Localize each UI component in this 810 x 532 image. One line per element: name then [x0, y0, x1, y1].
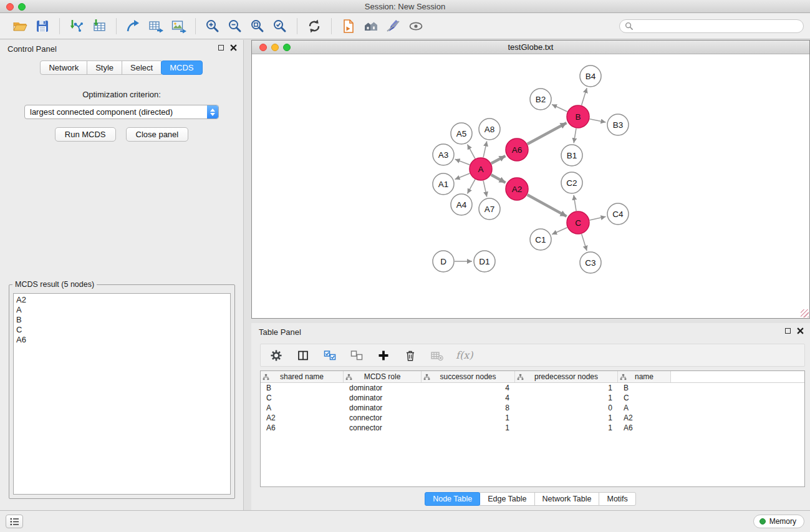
- mcds-result-item[interactable]: A: [16, 305, 230, 315]
- tab-network-table[interactable]: Network Table: [534, 492, 600, 506]
- zoom-fit-icon[interactable]: [246, 16, 269, 36]
- mcds-result-item[interactable]: C: [16, 325, 230, 335]
- edge-A-A7[interactable]: [483, 181, 487, 197]
- cell[interactable]: dominator: [344, 394, 422, 402]
- column-header-shared-name[interactable]: shared name: [261, 371, 344, 382]
- cell[interactable]: A6: [618, 423, 671, 432]
- tab-select[interactable]: Select: [122, 60, 162, 75]
- cell[interactable]: 1: [422, 423, 515, 432]
- cell[interactable]: 1: [515, 384, 618, 392]
- delete-column-trash-icon[interactable]: [402, 347, 418, 364]
- memory-button[interactable]: Memory: [753, 515, 804, 528]
- cell[interactable]: C: [261, 394, 344, 402]
- node-B3[interactable]: B3: [607, 114, 629, 135]
- table-row[interactable]: A6connector11A6: [261, 423, 804, 433]
- network-canvas[interactable]: AA1A2A3A4A5A6A7A8BB1B2B3B4CC1C2C3C4DD1: [252, 54, 809, 318]
- edge-A2-C[interactable]: [528, 195, 567, 216]
- mcds-result-item[interactable]: A2: [16, 295, 230, 305]
- select-all-icon[interactable]: [322, 347, 338, 364]
- edge-B-B2[interactable]: [552, 104, 567, 112]
- node-B4[interactable]: B4: [580, 65, 601, 87]
- cell[interactable]: A: [261, 404, 344, 412]
- open-session-icon[interactable]: [9, 16, 31, 36]
- node-A2[interactable]: A2: [506, 178, 528, 200]
- zoom-in-icon[interactable]: [201, 16, 224, 36]
- table-row[interactable]: Cdominator41C: [261, 393, 804, 403]
- node-B[interactable]: B: [567, 105, 589, 128]
- zoom-view-icon[interactable]: [283, 44, 291, 51]
- column-header-name[interactable]: name: [618, 371, 671, 382]
- close-panel-icon[interactable]: [230, 44, 237, 51]
- float-panel-icon[interactable]: [218, 45, 224, 51]
- node-A8[interactable]: A8: [479, 118, 500, 140]
- node-D1[interactable]: D1: [474, 251, 495, 272]
- zoom-selected-region-icon[interactable]: [269, 16, 291, 36]
- edge-B-B3[interactable]: [590, 119, 606, 122]
- mcds-result-item[interactable]: A6: [16, 335, 230, 345]
- edge-A-A3[interactable]: [455, 159, 470, 165]
- import-table-from-file-icon[interactable]: [88, 16, 110, 36]
- zoom-out-icon[interactable]: [224, 16, 246, 36]
- edge-A-A2[interactable]: [491, 175, 506, 183]
- save-session-icon[interactable]: [31, 16, 54, 36]
- node-B1[interactable]: B1: [561, 145, 582, 166]
- tab-node-table[interactable]: Node Table: [425, 492, 480, 506]
- cell[interactable]: 4: [422, 384, 515, 392]
- tab-network[interactable]: Network: [40, 60, 87, 75]
- tab-style[interactable]: Style: [87, 60, 122, 75]
- edge-C-C2[interactable]: [574, 195, 576, 211]
- edge-C-C4[interactable]: [590, 216, 606, 220]
- tab-mcds[interactable]: MCDS: [161, 60, 202, 75]
- cell[interactable]: dominator: [344, 384, 422, 392]
- table-row[interactable]: Adominator80A: [261, 403, 804, 413]
- close-view-icon[interactable]: [259, 44, 267, 51]
- search-input[interactable]: [637, 22, 798, 31]
- import-network-from-file-icon[interactable]: [65, 16, 88, 36]
- node-A4[interactable]: A4: [451, 194, 472, 215]
- add-column-icon[interactable]: [375, 347, 392, 364]
- export-table-icon[interactable]: [145, 16, 167, 36]
- zoom-window-icon[interactable]: [18, 3, 26, 11]
- window-resize-handle[interactable]: [801, 309, 809, 317]
- column-header-successor-nodes[interactable]: successor nodes: [422, 371, 515, 382]
- cell[interactable]: B: [618, 384, 671, 392]
- hide-graphics-details-icon[interactable]: [382, 16, 405, 36]
- tab-motifs[interactable]: Motifs: [599, 492, 635, 506]
- cell[interactable]: 1: [422, 414, 515, 422]
- edge-A-A5[interactable]: [468, 145, 475, 159]
- cell[interactable]: C: [618, 394, 671, 402]
- close-table-panel-icon[interactable]: [797, 327, 804, 334]
- edge-B-B4[interactable]: [582, 88, 587, 105]
- task-history-button[interactable]: [6, 515, 23, 528]
- edge-C-C3[interactable]: [582, 234, 587, 251]
- mcds-result-item[interactable]: B: [16, 315, 230, 325]
- show-graphics-details-icon[interactable]: [405, 16, 427, 36]
- float-table-panel-icon[interactable]: [785, 328, 791, 334]
- cell[interactable]: B: [261, 384, 344, 392]
- cell[interactable]: 1: [515, 394, 618, 402]
- function-builder-icon[interactable]: f(x): [456, 349, 473, 361]
- node-A5[interactable]: A5: [451, 123, 472, 144]
- node-C4[interactable]: C4: [607, 203, 629, 225]
- edge-A-A4[interactable]: [468, 180, 475, 194]
- node-A1[interactable]: A1: [433, 173, 454, 195]
- table-settings-gear-icon[interactable]: [268, 347, 284, 364]
- cell[interactable]: A: [618, 404, 671, 412]
- cell[interactable]: connector: [344, 423, 422, 432]
- export-network-icon[interactable]: [122, 16, 145, 36]
- cell[interactable]: 1: [515, 414, 618, 422]
- deselect-all-icon[interactable]: [349, 347, 365, 364]
- node-C[interactable]: C: [567, 211, 589, 234]
- node-A6[interactable]: A6: [506, 138, 528, 161]
- edge-C-C1[interactable]: [552, 228, 567, 235]
- node-C2[interactable]: C2: [561, 172, 582, 193]
- column-header-predecessor-nodes[interactable]: predecessor nodes: [515, 371, 618, 382]
- node-B2[interactable]: B2: [530, 89, 551, 110]
- close-window-icon[interactable]: [6, 3, 14, 11]
- edge-A-A1[interactable]: [455, 173, 470, 180]
- optimization-criterion-select[interactable]: largest connected component (directed): [24, 105, 219, 119]
- network-graph[interactable]: AA1A2A3A4A5A6A7A8BB1B2B3B4CC1C2C3C4DD1: [252, 54, 809, 318]
- cell[interactable]: connector: [344, 414, 422, 422]
- show-columns-icon[interactable]: [295, 347, 311, 364]
- edge-A-A6[interactable]: [491, 156, 506, 163]
